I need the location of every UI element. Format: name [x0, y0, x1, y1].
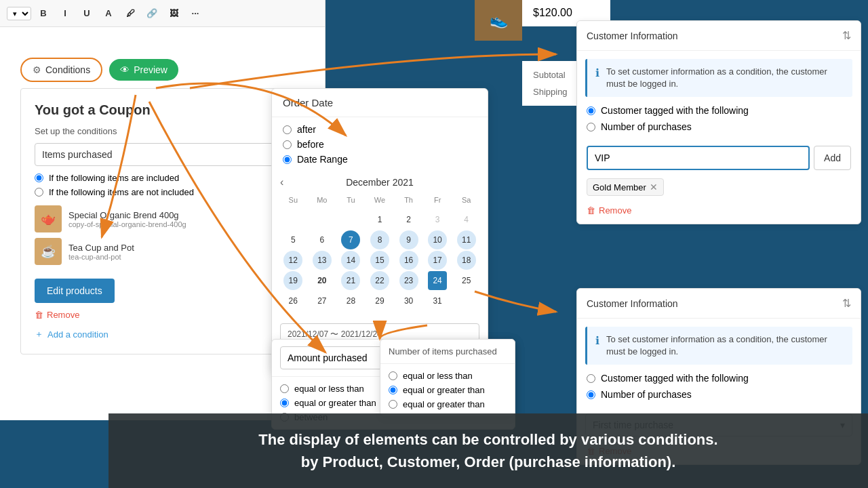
after-option[interactable]: after [283, 124, 477, 135]
cal-cell[interactable]: 13 [313, 251, 332, 270]
cal-cell[interactable] [457, 291, 476, 310]
image-button[interactable]: 🖼 [164, 4, 183, 23]
after-radio[interactable] [283, 125, 292, 134]
items-opt-2[interactable]: equal or greater than [389, 399, 507, 409]
cal-cell[interactable]: 6 [313, 230, 332, 249]
cal-cell[interactable]: 27 [313, 291, 332, 310]
cal-cell[interactable]: 19 [283, 271, 302, 290]
exclude-radio-item[interactable]: If the following items are not included [35, 187, 277, 197]
product-slug-0: copy-of-special-organic-brend-400g [68, 220, 277, 228]
add-condition-link[interactable]: ＋ Add a condition [35, 328, 277, 340]
preview-button[interactable]: 👁 Preview [109, 59, 178, 81]
gold-member-remove[interactable]: ✕ [650, 182, 658, 192]
customer-bottom-arrow[interactable]: ⇅ [842, 297, 851, 310]
cal-cell[interactable]: 18 [457, 251, 476, 270]
cal-cell[interactable]: 4 [457, 210, 476, 229]
edit-products-button[interactable]: Edit products [35, 279, 115, 303]
cal-cell[interactable]: 28 [341, 291, 360, 310]
cal-cell[interactable]: 16 [399, 251, 418, 270]
items-radio-0[interactable] [389, 371, 397, 380]
customer-panel-top: Customer Information ⇅ ℹ To set customer… [576, 20, 861, 224]
cal-cell[interactable]: 25 [457, 271, 476, 290]
cal-cell-7[interactable]: 7 [341, 230, 360, 249]
purchases-option-bottom[interactable]: Number of purchases [587, 389, 851, 400]
cal-cell[interactable]: 9 [399, 230, 418, 249]
coupon-remove-link[interactable]: 🗑 Remove [35, 310, 277, 320]
cal-cell[interactable] [341, 210, 360, 229]
cal-cell[interactable] [313, 210, 332, 229]
items-radio-1[interactable] [389, 386, 397, 394]
underline-button[interactable]: U [77, 4, 96, 23]
product-name-0: Special Organic Brend 400g [68, 210, 277, 220]
cal-cell[interactable] [283, 210, 302, 229]
exclude-label: If the following items are not included [49, 187, 194, 197]
exclude-radio[interactable] [35, 188, 43, 197]
cal-cell[interactable]: 5 [283, 230, 302, 249]
add-tag-button[interactable]: Add [814, 146, 851, 170]
customer-top-arrow[interactable]: ⇅ [842, 29, 851, 42]
purchases-label-top: Number of purchases [601, 121, 692, 132]
amount-radio-1[interactable] [280, 399, 289, 407]
calendar-header-row: Su Mo Tu We Th Fr Sa [279, 193, 481, 207]
include-radio[interactable] [35, 174, 43, 182]
trash-icon: 🗑 [35, 310, 43, 320]
tagged-radio-bottom[interactable] [587, 374, 595, 383]
cal-week-3: 12 13 14 15 16 17 18 [279, 250, 481, 270]
amount-radio-0[interactable] [280, 384, 289, 393]
cal-cell[interactable]: 31 [428, 291, 447, 310]
cal-cell[interactable]: 21 [341, 271, 360, 290]
color-button[interactable]: A [99, 4, 118, 23]
cal-cell[interactable]: 12 [283, 251, 302, 270]
order-date-header: Order Date [272, 89, 488, 117]
purchases-radio-bottom[interactable] [587, 390, 595, 399]
product-name-1: Tea Cup and Pot [68, 243, 277, 253]
customer-bottom-info-box: ℹ To set customer information as a condi… [585, 327, 852, 365]
date-range-option[interactable]: Date Range [283, 154, 477, 165]
conditions-button[interactable]: ⚙ Conditions [20, 58, 102, 82]
vip-tag-input[interactable] [587, 146, 810, 170]
items-purchased-select[interactable]: Items purchased [35, 143, 277, 166]
cal-cell-24[interactable]: 24 [428, 271, 447, 290]
cal-cell[interactable]: 11 [457, 230, 476, 249]
before-radio[interactable] [283, 140, 292, 149]
bold-button[interactable]: B [34, 4, 53, 23]
cal-cell[interactable]: 29 [370, 291, 389, 310]
link-button[interactable]: 🔗 [142, 4, 161, 23]
calendar-nav: ‹ December 2021 [272, 171, 488, 193]
tagged-option-top[interactable]: Customer tagged with the following [587, 105, 851, 116]
font-size-select[interactable]: ▾ [7, 7, 31, 20]
tagged-radio-top[interactable] [587, 106, 595, 115]
product-slug-1: tea-cup-and-pot [68, 253, 277, 261]
items-radio-2[interactable] [389, 400, 397, 409]
info-icon-top: ℹ [595, 66, 599, 79]
cal-cell[interactable]: 23 [399, 271, 418, 290]
cal-cell[interactable]: 10 [428, 230, 447, 249]
cal-cell[interactable]: 2 [399, 210, 418, 229]
cal-cell[interactable]: 3 [428, 210, 447, 229]
items-opt-0[interactable]: equal or less than [389, 371, 507, 381]
cal-cell[interactable]: 14 [341, 251, 360, 270]
date-range-radio[interactable] [283, 155, 292, 164]
prev-month-button[interactable]: ‹ [280, 176, 283, 188]
cal-cell[interactable]: 15 [370, 251, 389, 270]
cal-cell[interactable]: 22 [370, 271, 389, 290]
purchases-radio-top[interactable] [587, 123, 595, 131]
cal-cell[interactable]: 17 [428, 251, 447, 270]
cal-cell-20[interactable]: 20 [313, 271, 332, 290]
cal-cell[interactable]: 8 [370, 230, 389, 249]
cal-cell[interactable]: 30 [399, 291, 418, 310]
purchases-option-top[interactable]: Number of purchases [587, 121, 851, 132]
more-button[interactable]: ··· [186, 4, 205, 23]
items-opt-1[interactable]: equal or greater than [389, 385, 507, 395]
cal-cell[interactable]: 26 [283, 291, 302, 310]
purchases-label-bottom: Number of purchases [601, 389, 692, 400]
include-radio-item[interactable]: If the following items are included [35, 173, 277, 183]
cal-cell[interactable]: 1 [370, 210, 389, 229]
products-list: 🫖 Special Organic Brend 400g copy-of-spe… [35, 205, 277, 265]
customer-top-remove[interactable]: 🗑 Remove [577, 201, 861, 224]
before-option[interactable]: before [283, 139, 477, 150]
highlight-button[interactable]: 🖊 [121, 4, 140, 23]
italic-button[interactable]: I [56, 4, 75, 23]
include-label: If the following items are included [49, 173, 179, 183]
tagged-option-bottom[interactable]: Customer tagged with the following [587, 373, 851, 384]
